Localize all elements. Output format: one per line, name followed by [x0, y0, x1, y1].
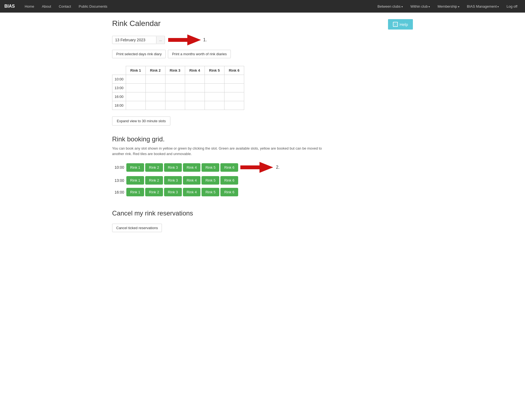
diary-col-rink4: Rink 4	[185, 66, 205, 75]
annotation-2: 2.	[276, 165, 279, 170]
diary-cell-rink1[interactable]	[126, 92, 145, 101]
diary-cell-rink3[interactable]	[165, 84, 185, 92]
rink-slot-3-5[interactable]: Rink 5	[202, 188, 219, 196]
svg-marker-1	[240, 162, 273, 173]
diary-cell-rink6[interactable]	[224, 101, 244, 110]
diary-col-rink5: Rink 5	[205, 66, 224, 75]
diary-table-row: 16:00	[112, 92, 244, 101]
booking-rows-container: 10:00Rink 1Rink 2Rink 3Rink 4Rink 5Rink …	[112, 162, 413, 196]
booking-slots: Rink 1Rink 2Rink 3Rink 4Rink 5Rink 6	[126, 188, 238, 196]
date-picker-button[interactable]: ...	[156, 36, 165, 43]
diary-cell-rink2[interactable]	[145, 75, 165, 84]
nav-home[interactable]: Home	[21, 3, 37, 10]
rink-slot-3-3[interactable]: Rink 3	[164, 188, 182, 196]
diary-cell-rink1[interactable]	[126, 84, 145, 92]
cancel-ticked-button[interactable]: Cancel ticked reservations	[112, 224, 162, 232]
diary-cell-rink3[interactable]	[165, 101, 185, 110]
print-day-diary-button[interactable]: Print selected days rink diary	[112, 50, 166, 58]
diary-cell-rink3[interactable]	[165, 92, 185, 101]
rink-slot-3-2[interactable]: Rink 2	[145, 188, 163, 196]
nav-right: Between clubs Within club Membership BIA…	[374, 3, 521, 10]
rink-slot-3-4[interactable]: Rink 4	[183, 188, 201, 196]
booking-row: 10:00Rink 1Rink 2Rink 3Rink 4Rink 5Rink …	[112, 162, 413, 173]
date-section: ... 1.	[112, 34, 413, 45]
diary-table: Rink 1 Rink 2 Rink 3 Rink 4 Rink 5 Rink …	[112, 66, 244, 110]
nav-bias-management[interactable]: BIAS Management	[464, 3, 502, 10]
diary-table-row: 13:00	[112, 84, 244, 92]
rink-slot-3-1[interactable]: Rink 1	[126, 188, 144, 196]
diary-col-rink1: Rink 1	[126, 66, 145, 75]
rink-slot-3-6[interactable]: Rink 6	[220, 188, 238, 196]
arrow-annotation-1: 1.	[168, 34, 207, 45]
rink-slot-2-6[interactable]: Rink 6	[220, 176, 238, 185]
svg-marker-0	[168, 34, 201, 45]
diary-time-cell: 13:00	[112, 84, 126, 92]
brand-logo: BIAS	[4, 4, 15, 9]
booking-slots: Rink 1Rink 2Rink 3Rink 4Rink 5Rink 6	[126, 163, 238, 172]
help-label: Help	[399, 22, 408, 27]
nav-about[interactable]: About	[39, 3, 54, 10]
diary-cell-rink6[interactable]	[224, 84, 244, 92]
diary-col-rink2: Rink 2	[145, 66, 165, 75]
arrow-annotation-2: 2.	[240, 162, 279, 173]
diary-cell-rink6[interactable]	[224, 75, 244, 84]
diary-cell-rink4[interactable]	[185, 84, 205, 92]
diary-time-cell: 18:00	[112, 101, 126, 110]
diary-cell-rink1[interactable]	[126, 75, 145, 84]
arrow-2-icon	[240, 162, 273, 173]
diary-cell-rink6[interactable]	[224, 92, 244, 101]
diary-cell-rink1[interactable]	[126, 101, 145, 110]
diary-cell-rink3[interactable]	[165, 75, 185, 84]
diary-time-cell: 10:00	[112, 75, 126, 84]
nav-membership[interactable]: Membership	[434, 3, 462, 10]
print-month-diary-button[interactable]: Print a months worth of rink diaries	[168, 50, 231, 58]
rink-slot-2-5[interactable]: Rink 5	[202, 176, 219, 185]
diary-time-cell: 16:00	[112, 92, 126, 101]
rink-slot-2-3[interactable]: Rink 3	[164, 176, 182, 185]
page-title: Rink Calendar	[112, 19, 413, 28]
diary-col-rink6: Rink 6	[224, 66, 244, 75]
date-input-wrapper: ...	[112, 36, 165, 44]
nav-public-documents[interactable]: Public Documents	[75, 3, 111, 10]
diary-cell-rink4[interactable]	[185, 92, 205, 101]
rink-slot-2-4[interactable]: Rink 4	[183, 176, 201, 185]
booking-time-label: 13:00	[112, 178, 126, 183]
diary-cell-rink2[interactable]	[145, 92, 165, 101]
cancel-title: Cancel my rink reservations	[112, 209, 413, 217]
diary-col-rink3: Rink 3	[165, 66, 185, 75]
expand-view-button[interactable]: Expand view to 30 minute slots	[112, 116, 170, 126]
rink-slot-1-5[interactable]: Rink 5	[202, 163, 219, 172]
nav-within-club[interactable]: Within club	[407, 3, 433, 10]
nav-between-clubs[interactable]: Between clubs	[374, 3, 406, 10]
diary-table-row: 18:00	[112, 101, 244, 110]
booking-row: 16:00Rink 1Rink 2Rink 3Rink 4Rink 5Rink …	[112, 188, 413, 196]
rink-slot-1-1[interactable]: Rink 1	[126, 163, 144, 172]
diary-cell-rink4[interactable]	[185, 75, 205, 84]
diary-cell-rink5[interactable]	[205, 101, 224, 110]
diary-cell-rink5[interactable]	[205, 84, 224, 92]
diary-cell-rink4[interactable]	[185, 101, 205, 110]
rink-slot-1-4[interactable]: Rink 4	[183, 163, 201, 172]
cancel-section: Cancel my rink reservations Cancel ticke…	[112, 209, 413, 232]
main-container: Rink Calendar □ Help ... 1. Print select…	[107, 13, 418, 239]
booking-section: Rink booking grid. You can book any slot…	[112, 135, 413, 196]
rink-slot-2-1[interactable]: Rink 1	[126, 176, 144, 185]
diary-cell-rink2[interactable]	[145, 101, 165, 110]
help-button[interactable]: □ Help	[388, 19, 413, 30]
diary-cell-rink5[interactable]	[205, 92, 224, 101]
nav-contact[interactable]: Contact	[56, 3, 74, 10]
diary-cell-rink2[interactable]	[145, 84, 165, 92]
rink-slot-2-2[interactable]: Rink 2	[145, 176, 163, 185]
rink-slot-1-3[interactable]: Rink 3	[164, 163, 182, 172]
annotation-1: 1.	[203, 37, 207, 42]
navbar: BIAS Home About Contact Public Documents…	[0, 0, 525, 13]
date-input[interactable]	[112, 36, 156, 44]
booking-row: 13:00Rink 1Rink 2Rink 3Rink 4Rink 5Rink …	[112, 176, 413, 185]
booking-time-label: 16:00	[112, 190, 126, 194]
rink-slot-1-6[interactable]: Rink 6	[220, 163, 238, 172]
diary-cell-rink5[interactable]	[205, 75, 224, 84]
nav-log-off[interactable]: Log off	[503, 3, 521, 10]
rink-slot-1-2[interactable]: Rink 2	[145, 163, 163, 172]
booking-slots: Rink 1Rink 2Rink 3Rink 4Rink 5Rink 6	[126, 176, 238, 185]
booking-grid-title: Rink booking grid.	[112, 135, 413, 143]
